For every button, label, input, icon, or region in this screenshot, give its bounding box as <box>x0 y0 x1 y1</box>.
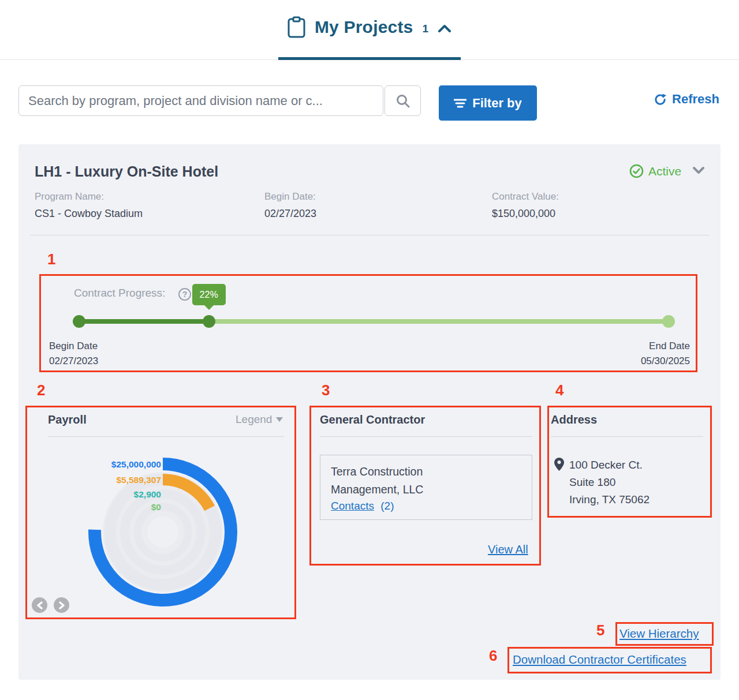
contacts-row: Contacts (2) <box>331 500 394 512</box>
begin-date-label: Begin Date <box>49 339 98 354</box>
contractor-item: Terra Construction Management, LLC Conta… <box>320 455 532 520</box>
page: My Projects 1 Filter by Refresh LH1 - Lu… <box>0 0 739 700</box>
field-label: Begin Date: <box>264 191 472 203</box>
begin-date-block: Begin Date 02/27/2023 <box>49 339 98 369</box>
download-contractor-certificates-link[interactable]: Download Contractor Certificates <box>513 653 686 667</box>
contacts-link[interactable]: Contacts <box>331 500 374 512</box>
address-title: Address <box>551 413 597 426</box>
chevron-up-icon[interactable] <box>438 24 451 33</box>
progress-tooltip: 22% <box>192 284 226 305</box>
field-label: Program Name: <box>35 191 242 203</box>
end-date-block: End Date 05/30/2025 <box>641 339 690 369</box>
carousel-prev-button[interactable] <box>32 597 47 613</box>
contacts-count: (2) <box>380 500 394 512</box>
divider <box>30 235 709 235</box>
active-tab-underline <box>278 57 461 60</box>
search-icon <box>395 93 410 108</box>
field-value: 02/27/2023 <box>264 208 472 220</box>
status-badge: Active <box>629 164 681 178</box>
address-line-3: Irving, TX 75062 <box>569 491 650 508</box>
address-line-2: Suite 180 <box>569 474 650 491</box>
clipboard-icon <box>288 16 305 38</box>
refresh-icon <box>654 93 667 106</box>
payroll-series-label: $25,000,000 <box>111 459 161 469</box>
begin-date-value: 02/27/2023 <box>49 354 98 369</box>
app-header: My Projects 1 <box>0 0 739 60</box>
end-date-label: End Date <box>641 339 690 354</box>
progress-knob <box>203 315 215 328</box>
legend-dropdown[interactable]: Legend <box>236 413 283 426</box>
view-hierarchy-link[interactable]: View Hierarchy <box>619 627 699 641</box>
contractor-name: Terra Construction Management, LLC <box>331 463 469 499</box>
payroll-series-label: $0 <box>151 502 161 512</box>
address-line-1: 100 Decker Ct. <box>569 456 650 474</box>
legend-label: Legend <box>236 413 272 426</box>
divider <box>320 436 532 437</box>
project-title: LH1 - Luxury On-Site Hotel <box>35 163 218 180</box>
contract-progress-slider: 22% <box>79 315 669 328</box>
filter-by-label: Filter by <box>472 96 522 111</box>
payroll-series-label: $5,589,307 <box>116 475 161 485</box>
payroll-series-label: $2,900 <box>134 489 161 499</box>
status-label: Active <box>648 164 681 178</box>
map-pin-icon <box>554 458 564 471</box>
refresh-label: Refresh <box>672 92 719 107</box>
help-icon[interactable]: ? <box>178 288 191 301</box>
address-lines: 100 Decker Ct. Suite 180 Irving, TX 7506… <box>569 456 650 508</box>
end-date-value: 05/30/2025 <box>641 354 690 369</box>
projects-count: 1 <box>423 23 429 35</box>
field-value: CS1 - Cowboy Stadium <box>35 208 242 220</box>
refresh-link[interactable]: Refresh <box>654 92 719 107</box>
progress-percent: 22% <box>200 290 218 300</box>
field-contract-value: Contract Value: $150,000,000 <box>492 191 700 220</box>
progress-start-dot <box>73 315 85 328</box>
tab-my-projects[interactable]: My Projects 1 <box>0 16 739 38</box>
progress-fill <box>79 319 209 324</box>
field-begin-date: Begin Date: 02/27/2023 <box>264 191 472 220</box>
page-title: My Projects <box>315 17 413 37</box>
general-contractor-title: General Contractor <box>320 413 425 426</box>
status-chevron-down-icon[interactable] <box>692 166 705 174</box>
search-button[interactable] <box>385 85 421 116</box>
check-circle-icon <box>629 164 644 178</box>
search-input[interactable] <box>18 85 383 116</box>
payroll-title: Payroll <box>48 413 87 426</box>
filter-icon <box>454 98 466 108</box>
progress-end-dot <box>662 315 675 328</box>
carousel-next-button[interactable] <box>54 597 69 613</box>
field-value: $150,000,000 <box>492 208 700 220</box>
contract-progress-label: Contract Progress: <box>74 287 165 300</box>
filter-by-button[interactable]: Filter by <box>439 85 537 121</box>
field-label: Contract Value: <box>492 191 700 203</box>
payroll-radial-chart: $25,000,000$5,589,307$2,900$0 <box>82 451 244 613</box>
caret-down-icon <box>276 417 283 422</box>
field-program-name: Program Name: CS1 - Cowboy Stadium <box>35 191 242 220</box>
view-all-link[interactable]: View All <box>488 543 528 556</box>
divider <box>551 436 703 437</box>
divider <box>48 436 284 437</box>
